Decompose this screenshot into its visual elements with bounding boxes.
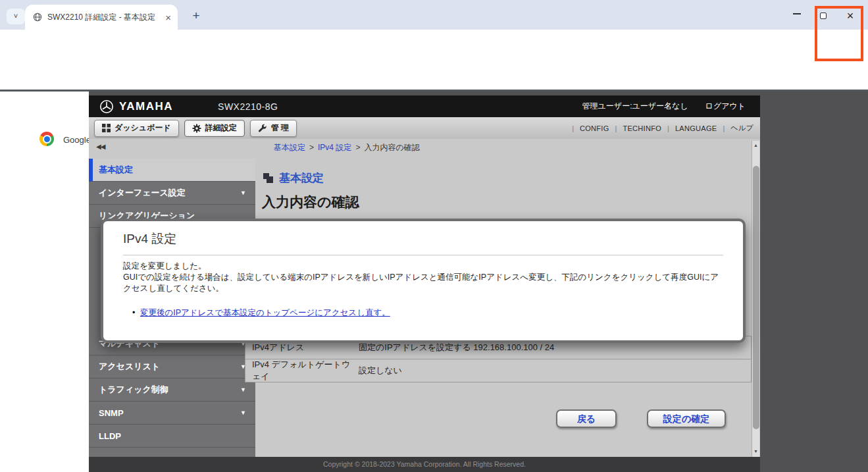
link-help[interactable]: ヘルプ [730, 123, 753, 133]
device-model: SWX2210-8G [218, 101, 278, 112]
breadcrumb: 基本設定>IPv4 設定>入力内容の確認 [274, 142, 420, 153]
chevron-down-icon: ▼ [240, 409, 246, 416]
sidebar-item-traffic-control[interactable]: トラフィック制御 ▼ [89, 379, 255, 402]
minimize-icon [793, 13, 801, 14]
sidebar-item-interface-settings[interactable]: インターフェース設定 ▼ [89, 182, 255, 205]
modal-message-line1: 設定を変更しました。 [123, 261, 723, 272]
sidebar-collapse-button[interactable]: ◀◀ [96, 143, 105, 150]
annotation-highlight-box [815, 6, 863, 61]
app-header: YAMAHA SWX2210-8G 管理ユーザー:ユーザー名なし ログアウト [89, 95, 760, 117]
row-value: 固定のIPアドレスを設定する 192.168.100.100 / 24 [359, 342, 554, 354]
table-row: IPv4 デフォルトゲートウェイ 設定しない [245, 359, 751, 382]
gear-icon [192, 124, 201, 133]
chevron-down-icon: ▼ [240, 386, 246, 393]
scroll-down-icon[interactable]: ▼ [752, 449, 759, 454]
back-action-button[interactable]: 戻る [556, 409, 617, 428]
breadcrumb-basic[interactable]: 基本設定 [274, 143, 305, 152]
chevron-down-icon: ▼ [240, 190, 246, 196]
wrench-icon [258, 124, 267, 133]
scrollbar-thumb[interactable] [753, 166, 759, 429]
content-scrollbar[interactable]: ▲ ▼ [752, 141, 759, 457]
breadcrumb-ipv4[interactable]: IPv4 設定 [318, 143, 351, 152]
chrome-logo-icon [39, 132, 54, 146]
logout-link[interactable]: ログアウト [705, 101, 746, 112]
chevron-down-icon: ˅ [14, 12, 18, 20]
sidebar-item-snmp[interactable]: SNMP ▼ [89, 402, 255, 425]
bullet-icon: • [132, 308, 135, 317]
admin-user-label: 管理ユーザー:ユーザー名なし [582, 101, 688, 112]
tab-management[interactable]: 管 理 [250, 120, 297, 137]
link-techinfo[interactable]: TECHINFO [623, 124, 661, 132]
app-nav-bar: ダッシュボード 詳細設定 管 理 | CONFIG | TECHINFO | L… [89, 117, 760, 139]
sidebar-item-basic-settings[interactable]: 基本設定 [89, 159, 255, 182]
ipv4-settings-modal: IPv4 設定 設定を変更しました。 GUIでの設定を続ける場合は、設定している… [101, 219, 746, 343]
sidebar-item-access-list[interactable]: アクセスリスト ▼ [89, 355, 255, 379]
tab-detail-settings-label: 詳細設定 [205, 122, 237, 134]
modal-link-row: • 変更後のIPアドレスで基本設定のトップページにアクセスし直す。 [132, 307, 723, 319]
yamaha-logo-icon [99, 99, 114, 114]
tab-dashboard[interactable]: ダッシュボード [94, 120, 179, 137]
scroll-up-icon[interactable]: ▲ [752, 143, 759, 147]
tab-dashboard-label: ダッシュボード [115, 122, 171, 134]
browser-tab-strip: ˅ SWX2210 詳細設定 - 基本設定 × + × [0, 0, 868, 30]
browser-toolbar: 保護されていない通信 192.168.100.240/detail/basic/… [0, 30, 868, 63]
default-browser-infobar: Google Chrome はデフォルトのブラウザとして設定されていません デフ… [0, 63, 868, 92]
browser-tab[interactable]: SWX2210 詳細設定 - 基本設定 × [25, 5, 178, 30]
modal-divider [123, 255, 723, 255]
page-title: 入力内容の確認 [262, 193, 359, 211]
row-label: IPv4 デフォルトゲートウェイ [245, 359, 359, 382]
reaccess-link[interactable]: 変更後のIPアドレスで基本設定のトップページにアクセスし直す。 [140, 308, 390, 317]
section-icon [263, 173, 273, 183]
dashboard-grid-icon [102, 124, 111, 132]
tab-close-icon[interactable]: × [165, 13, 171, 22]
breadcrumb-current: 入力内容の確認 [364, 143, 419, 152]
tab-detail-settings[interactable]: 詳細設定 [184, 120, 245, 137]
link-config[interactable]: CONFIG [580, 124, 609, 132]
confirm-settings-button[interactable]: 設定の確定 [647, 409, 726, 428]
screenshot-root: ˅ SWX2210 詳細設定 - 基本設定 × + × [0, 0, 868, 472]
link-language[interactable]: LANGUAGE [675, 124, 717, 132]
section-title: 基本設定 [279, 170, 324, 186]
section-heading: 基本設定 [263, 170, 324, 186]
window-minimize-button[interactable] [787, 8, 807, 25]
tab-title: SWX2210 詳細設定 - 基本設定 [47, 12, 160, 23]
tab-search-button[interactable]: ˅ [7, 9, 25, 24]
sidebar-item-lldp[interactable]: LLDP [89, 425, 255, 448]
utility-links: | CONFIG | TECHINFO | LANGUAGE | ヘルプ [566, 123, 753, 133]
tab-management-label: 管 理 [271, 122, 289, 134]
app-footer: Copyright © 2018-2023 Yamaha Corporation… [89, 457, 760, 472]
modal-title: IPv4 設定 [123, 230, 723, 248]
globe-icon [33, 13, 42, 22]
brand-name: YAMAHA [119, 100, 173, 113]
row-label: IPv4アドレス [245, 342, 359, 354]
modal-message-line2: GUIでの設定を続ける場合は、設定している端末のIPアドレスを新しいIPアドレス… [123, 272, 723, 294]
row-value: 設定しない [359, 365, 402, 377]
new-tab-button[interactable]: + [188, 9, 204, 24]
